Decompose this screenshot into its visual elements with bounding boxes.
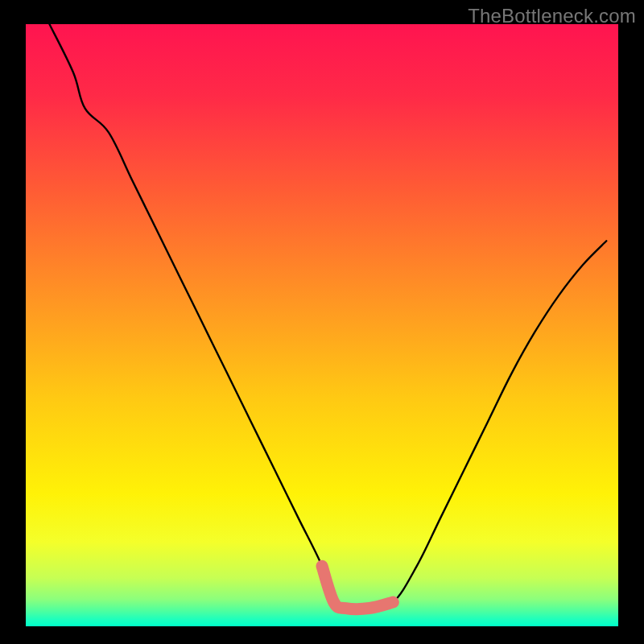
gradient-background: [26, 24, 618, 626]
chart-frame: TheBottleneck.com: [0, 0, 644, 644]
watermark-text: TheBottleneck.com: [468, 5, 636, 27]
bottleneck-chart: [26, 24, 618, 626]
